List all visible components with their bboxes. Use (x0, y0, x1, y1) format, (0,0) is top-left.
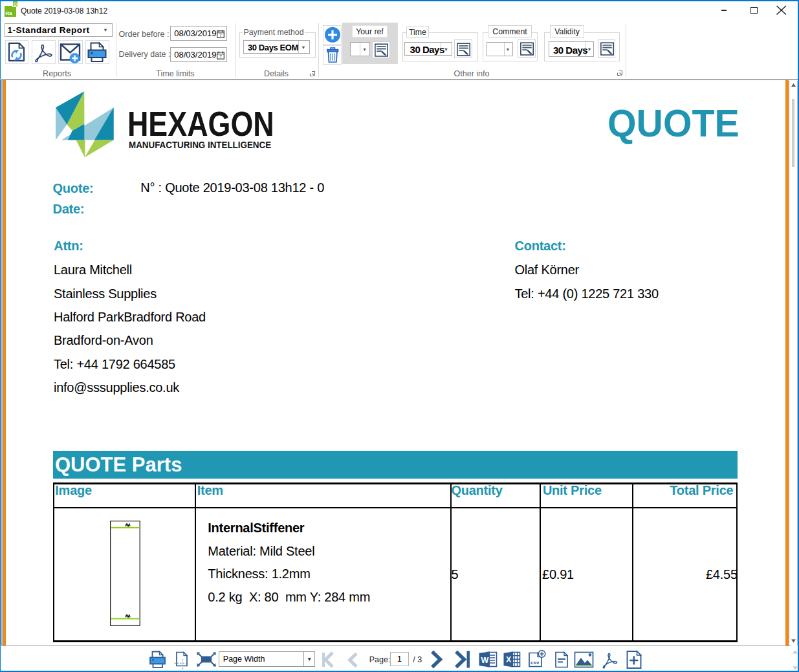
svg-text:7: 7 (219, 33, 222, 38)
svg-text:csv: csv (531, 660, 540, 666)
svg-text:7: 7 (219, 54, 222, 59)
svg-text:W: W (481, 655, 488, 664)
svg-text:X: X (506, 655, 512, 664)
